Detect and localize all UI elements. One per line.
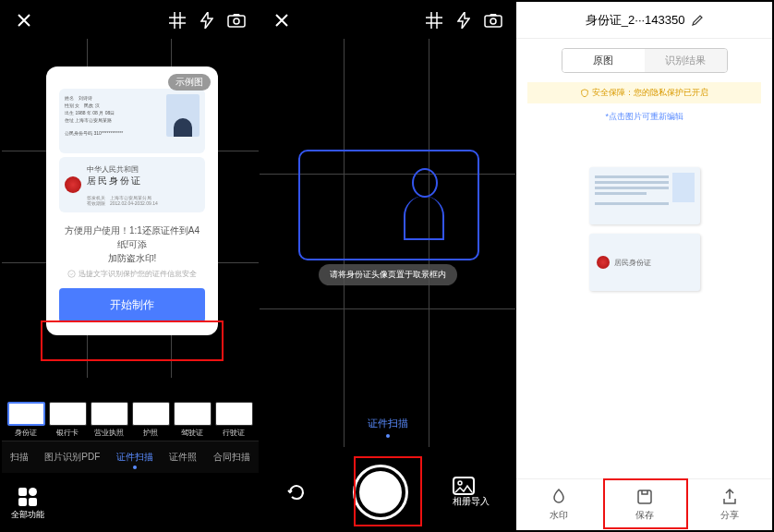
- camera-flip-icon[interactable]: [225, 9, 248, 31]
- page-title-bar: 身份证_2···143350: [516, 2, 772, 39]
- preview-id-front[interactable]: [589, 167, 700, 224]
- mode-tabs: 扫描 图片识别PDF 证件扫描 证件照 合同扫描: [2, 441, 259, 473]
- grid-icon[interactable]: [166, 9, 188, 31]
- card-description: 方便用户使用！1:1还原证件到A4纸!可添 加防盗水印!: [54, 216, 211, 269]
- mode-cert-scan[interactable]: 证件扫描: [116, 451, 153, 464]
- edit-icon[interactable]: [691, 14, 704, 27]
- svg-rect-3: [485, 16, 502, 27]
- id-front-preview: 姓名 刘诗诗 性别 女 民族 汉 出生 1988 年 08 月 08日 住址 上…: [59, 89, 205, 153]
- close-icon[interactable]: [271, 9, 293, 31]
- preview-area[interactable]: 居民身份证: [527, 130, 761, 328]
- undo-button[interactable]: [285, 481, 308, 503]
- thumb-vehicle-license[interactable]: 行驶证: [215, 402, 253, 438]
- svg-point-2: [68, 271, 76, 278]
- all-functions-button[interactable]: 全部功能: [11, 488, 44, 521]
- doc-type-thumbs: 身份证 银行卡 营业执照 护照 驾驶证 行驶证: [2, 402, 259, 438]
- scan-frame: [298, 150, 479, 260]
- seg-result[interactable]: 识别结果: [645, 49, 727, 72]
- start-make-button[interactable]: 开始制作: [59, 288, 205, 322]
- grid-icon[interactable]: [423, 9, 445, 31]
- segment-control: 原图 识别结果: [562, 48, 728, 73]
- shutter-button[interactable]: [356, 467, 405, 517]
- bottom-bar: 水印 保存 分享: [516, 478, 772, 530]
- sample-card: 示例图 姓名 刘诗诗 性别 女 民族 汉 出生 1988 年 08 月 08日 …: [46, 66, 218, 335]
- thumb-bank-card[interactable]: 银行卡: [49, 402, 87, 438]
- mode-contract[interactable]: 合同扫描: [213, 451, 250, 464]
- silhouette-icon: [404, 168, 446, 244]
- sample-badge: 示例图: [168, 74, 211, 91]
- close-icon[interactable]: [13, 9, 35, 31]
- seg-original[interactable]: 原图: [562, 49, 645, 72]
- thumb-driver-license[interactable]: 驾驶证: [174, 402, 212, 438]
- security-notice: 安全保障：您的隐私保护已开启: [527, 82, 761, 103]
- thumb-passport[interactable]: 护照: [132, 402, 170, 438]
- mode-cert-photo[interactable]: 证件照: [169, 451, 197, 464]
- gallery-import-button[interactable]: 相册导入: [453, 477, 490, 508]
- svg-rect-0: [228, 16, 245, 27]
- edit-hint: *点击图片可重新编辑: [516, 111, 772, 123]
- page-title: 身份证_2···143350: [586, 12, 685, 29]
- thumb-id-card[interactable]: 身份证: [7, 402, 45, 438]
- thumb-biz-license[interactable]: 营业执照: [91, 402, 128, 438]
- watermark-button[interactable]: 水印: [516, 479, 601, 530]
- flash-icon[interactable]: [196, 9, 218, 31]
- flash-icon[interactable]: [453, 9, 475, 31]
- save-button[interactable]: 保存: [602, 479, 687, 530]
- svg-point-1: [234, 18, 239, 24]
- mode-scan[interactable]: 扫描: [10, 451, 29, 464]
- camera-flip-icon[interactable]: [482, 9, 504, 31]
- preview-id-back[interactable]: 居民身份证: [589, 234, 700, 291]
- mode-label[interactable]: 证件扫描: [260, 407, 516, 447]
- svg-point-4: [490, 18, 496, 24]
- emblem-icon: [597, 256, 610, 269]
- id-back-preview: 中华人民共和国 居民身份证 签发机关 上海市公安局某分局有效期限 2012.02…: [59, 157, 205, 212]
- topbar-s2: [260, 2, 516, 39]
- overlay-hint: 请将身份证头像页置于取景框内: [319, 264, 457, 285]
- svg-point-6: [458, 481, 462, 485]
- svg-rect-7: [638, 490, 651, 503]
- share-button[interactable]: 分享: [687, 479, 772, 530]
- topbar-s1: [2, 2, 259, 39]
- mode-pdf[interactable]: 图片识别PDF: [44, 451, 100, 464]
- card-hint: 迅捷文字识别保护您的证件信息安全: [54, 269, 211, 279]
- emblem-icon: [65, 176, 81, 193]
